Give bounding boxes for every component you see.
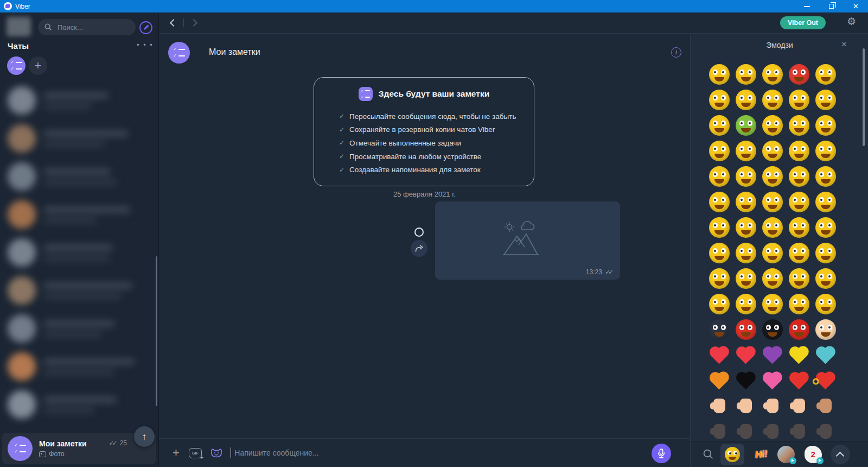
emoji-purple-heart[interactable] [759,342,786,368]
emoji-thumbs-up[interactable] [732,393,759,419]
chats-more-menu[interactable]: • • • [137,41,154,49]
chat-avatar[interactable]: ✓ ✓ [168,42,190,64]
emoji-winking[interactable] [759,138,786,163]
message-select-circle[interactable] [414,228,424,237]
attach-button[interactable]: + [173,446,180,460]
emoji-skeptical[interactable] [732,138,759,163]
emoji-cyan-heart[interactable] [812,342,839,368]
emoji-raised-hand[interactable] [732,419,759,441]
emoji-thinking[interactable] [759,291,786,317]
emoji-heart-eyes[interactable] [812,61,839,87]
emoji-pleading[interactable] [759,112,786,138]
my-notes-button[interactable]: ✓ ✓ [7,56,25,75]
emoji-puzzled[interactable] [706,291,732,317]
new-chat-button[interactable]: + [29,56,47,75]
emoji-broken-heart[interactable] [732,342,759,368]
blurred-chat-row[interactable] [0,81,156,119]
blurred-chat-row[interactable] [0,272,156,310]
emoji-scared[interactable] [759,87,786,112]
emoji-goofy-tongue[interactable] [786,189,812,214]
emoji-teary[interactable] [759,266,786,291]
emoji-kiss-wink[interactable] [786,87,812,112]
emoji-batman[interactable] [759,317,786,342]
emoji-playful-tongue[interactable] [812,266,839,291]
compose-button[interactable] [139,21,153,35]
emoji-sobbing[interactable] [786,291,812,317]
emoji-red-heart[interactable] [706,342,732,368]
emoji-panel-close-button[interactable]: × [841,39,847,50]
emoji-smirk[interactable] [786,214,812,240]
emoji-distressed[interactable] [732,266,759,291]
emoji-worried[interactable] [812,138,839,163]
emoji-whistling[interactable] [786,266,812,291]
user-avatar[interactable] [7,17,31,36]
emoji-laughing-tears[interactable] [732,189,759,214]
emoji-anxious[interactable] [786,240,812,266]
emoji-crossed-fingers[interactable] [759,419,786,441]
gif-button[interactable]: GIF [189,448,202,458]
settings-gear-icon[interactable]: ⚙ [847,15,856,28]
blurred-chat-row[interactable] [0,348,156,386]
emoji-tongue-out[interactable] [706,87,732,112]
emoji-evil-laugh[interactable] [732,163,759,189]
emoji-wink-laugh[interactable] [759,61,786,87]
blurred-chat-row[interactable] [0,119,156,157]
chat-item-my-notes[interactable]: ✓ ✓ Мои заметки Фото ✓✓ 25 [2,433,156,464]
blurred-chat-row[interactable] [0,310,156,348]
minimize-button[interactable] [795,0,819,12]
forward-button[interactable] [190,19,197,27]
emoji-eye-roll[interactable] [812,291,839,317]
emoji-wink-smile[interactable] [759,240,786,266]
emoji-wave[interactable] [812,419,839,441]
scroll-to-bottom-button[interactable]: ↑ [134,426,155,447]
emoji-scheming[interactable] [732,291,759,317]
emoji-ninja[interactable] [706,317,732,342]
emoji-grinning-teeth[interactable] [812,189,839,214]
blurred-chat-row[interactable] [0,157,156,195]
close-button[interactable]: ✕ [844,0,868,12]
cartoon-sticker-pack-tab[interactable] [777,446,795,463]
blurred-chat-row[interactable] [0,386,156,424]
emoji-angel[interactable] [812,317,839,342]
emoji-surprised[interactable] [732,240,759,266]
emoji-kissing-heart[interactable] [759,189,786,214]
emoji-thumbs-down[interactable] [706,393,732,419]
emoji-angry-red[interactable] [786,61,812,87]
emoji-black-heart[interactable] [732,368,759,393]
emoji-angry[interactable] [812,214,839,240]
emoji-grinning[interactable] [786,112,812,138]
emoji-frowning[interactable] [812,240,839,266]
voice-message-button[interactable] [652,444,671,463]
emoji-search-tab[interactable] [703,449,713,459]
emoji-grimacing[interactable] [706,240,732,266]
message-input[interactable] [233,448,559,458]
back-button[interactable] [170,19,177,27]
emoji-yellow-heart[interactable] [786,342,812,368]
emoji-shocked[interactable] [706,189,732,214]
sidebar-scrollbar[interactable] [156,256,157,406]
emoji-victory[interactable] [759,393,786,419]
emoji-cool-sunglasses[interactable] [812,163,839,189]
emoji-heart-lock[interactable] [812,368,839,393]
search-input[interactable] [56,23,127,32]
emoji-pensive[interactable] [706,163,732,189]
hi-sticker-pack-tab[interactable]: Hi! [755,448,768,460]
emoji-excited[interactable] [786,138,812,163]
emoji-smile[interactable] [706,61,732,87]
emoji-clapping[interactable] [812,393,839,419]
emoji-furious[interactable] [706,266,732,291]
emoji-confused[interactable] [786,163,812,189]
restore-button[interactable] [819,0,844,12]
sheep-sticker-pack-tab[interactable]: 2 [805,446,822,463]
emoji-blushing-smile[interactable] [812,87,839,112]
emoji-panel-scrollbar[interactable] [863,48,865,146]
emoji-tongue-down[interactable] [812,112,839,138]
emoji-middle-finger[interactable] [786,393,812,419]
emoji-sick-green[interactable] [732,112,759,138]
emoji-fist[interactable] [706,419,732,441]
emoji-sad[interactable] [732,61,759,87]
message-forward-button[interactable] [411,240,427,257]
blurred-chat-row[interactable] [0,195,156,234]
chat-info-button[interactable]: i [671,47,681,58]
emoji-knocked-out[interactable] [732,214,759,240]
